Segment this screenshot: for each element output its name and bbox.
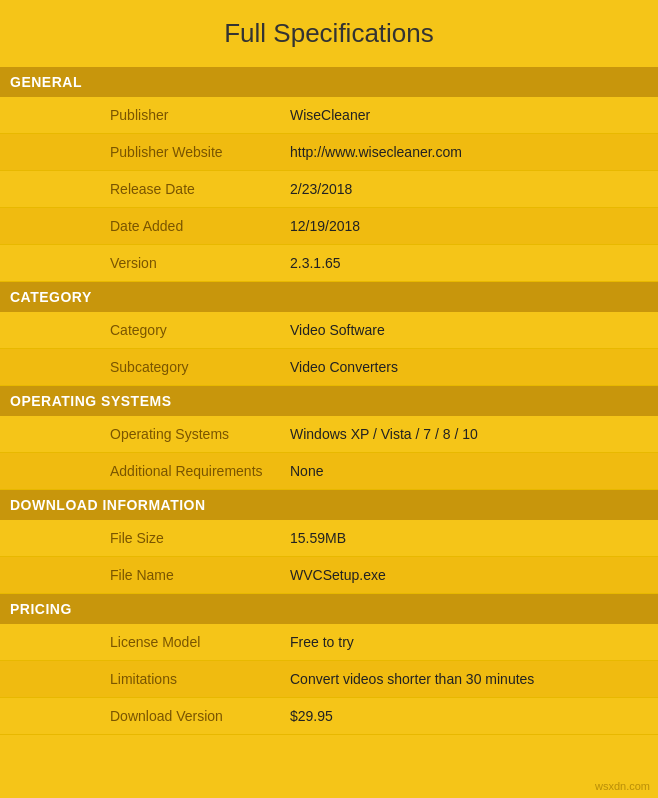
section-header-category: CATEGORY (0, 282, 658, 312)
row-value: WVCSetup.exe (290, 567, 658, 583)
section-general: GENERALPublisherWiseCleanerPublisher Web… (0, 67, 658, 282)
section-header-pricing: PRICING (0, 594, 658, 624)
row-value: WiseCleaner (290, 107, 658, 123)
row-value: 12/19/2018 (290, 218, 658, 234)
table-row: Date Added12/19/2018 (0, 208, 658, 245)
section-pricing: PRICINGLicense ModelFree to tryLimitatio… (0, 594, 658, 735)
row-value: None (290, 463, 658, 479)
row-label: File Size (0, 530, 290, 546)
row-value: Video Software (290, 322, 658, 338)
table-row: Publisher Websitehttp://www.wisecleaner.… (0, 134, 658, 171)
section-operating-systems: OPERATING SYSTEMSOperating SystemsWindow… (0, 386, 658, 490)
row-label: Subcategory (0, 359, 290, 375)
table-row: Release Date2/23/2018 (0, 171, 658, 208)
row-label: File Name (0, 567, 290, 583)
row-value: http://www.wisecleaner.com (290, 144, 658, 160)
row-label: Category (0, 322, 290, 338)
row-value: 2/23/2018 (290, 181, 658, 197)
table-row: Additional RequirementsNone (0, 453, 658, 490)
table-row: Version2.3.1.65 (0, 245, 658, 282)
sections-container: GENERALPublisherWiseCleanerPublisher Web… (0, 67, 658, 735)
row-label: Publisher (0, 107, 290, 123)
row-value: Free to try (290, 634, 658, 650)
row-label: Operating Systems (0, 426, 290, 442)
row-label: Download Version (0, 708, 290, 724)
row-label: Limitations (0, 671, 290, 687)
section-header-general: GENERAL (0, 67, 658, 97)
row-value: 2.3.1.65 (290, 255, 658, 271)
page-title: Full Specifications (0, 0, 658, 67)
table-row: Download Version$29.95 (0, 698, 658, 735)
section-download-information: DOWNLOAD INFORMATIONFile Size15.59MBFile… (0, 490, 658, 594)
watermark: wsxdn.com (595, 780, 650, 792)
row-value: Video Converters (290, 359, 658, 375)
row-label: Release Date (0, 181, 290, 197)
row-value: Convert videos shorter than 30 minutes (290, 671, 658, 687)
table-row: License ModelFree to try (0, 624, 658, 661)
row-value: $29.95 (290, 708, 658, 724)
table-row: CategoryVideo Software (0, 312, 658, 349)
table-row: File Size15.59MB (0, 520, 658, 557)
row-label: Publisher Website (0, 144, 290, 160)
row-label: Additional Requirements (0, 463, 290, 479)
table-row: PublisherWiseCleaner (0, 97, 658, 134)
table-row: SubcategoryVideo Converters (0, 349, 658, 386)
row-value: 15.59MB (290, 530, 658, 546)
row-label: Version (0, 255, 290, 271)
table-row: File NameWVCSetup.exe (0, 557, 658, 594)
section-header-operating-systems: OPERATING SYSTEMS (0, 386, 658, 416)
section-header-download-information: DOWNLOAD INFORMATION (0, 490, 658, 520)
table-row: Operating SystemsWindows XP / Vista / 7 … (0, 416, 658, 453)
row-label: License Model (0, 634, 290, 650)
table-row: LimitationsConvert videos shorter than 3… (0, 661, 658, 698)
row-value: Windows XP / Vista / 7 / 8 / 10 (290, 426, 658, 442)
row-label: Date Added (0, 218, 290, 234)
section-category: CATEGORYCategoryVideo SoftwareSubcategor… (0, 282, 658, 386)
